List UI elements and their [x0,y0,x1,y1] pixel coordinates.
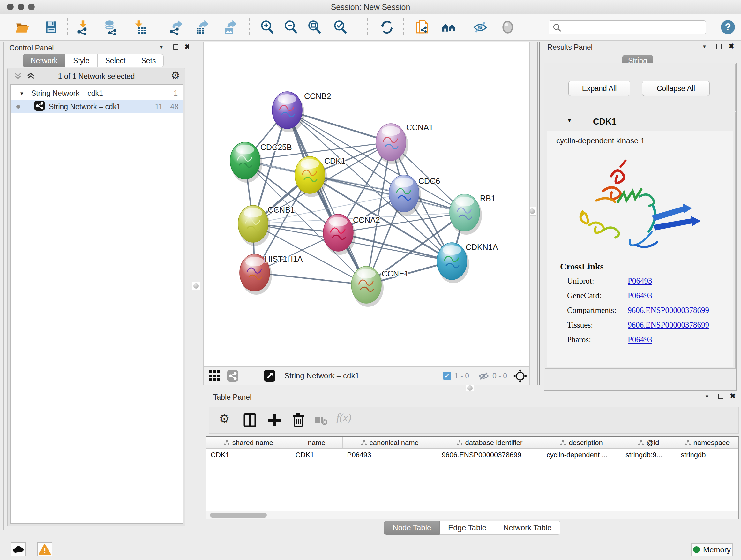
search-input[interactable] [563,21,701,34]
column-header-description[interactable]: description [542,437,621,448]
open-session-icon[interactable] [14,19,30,35]
window-title: Session: New Session [0,3,741,12]
zoom-fit-icon[interactable] [307,19,322,35]
export-network-icon[interactable] [169,19,184,35]
show-columns-icon[interactable] [243,413,257,429]
table-cell[interactable]: stringdb:9... [621,449,676,461]
crosslink-link[interactable]: 9606.ENSP00000378699 [628,306,709,315]
tab-node-table[interactable]: Node Table [384,521,440,535]
string-buttons-box: Expand All Collapse All [545,64,736,111]
left-splitter-handle[interactable] [192,282,200,290]
network-node-CDC6[interactable] [389,175,421,215]
crosslink-link[interactable]: P06493 [628,335,652,344]
import-network-file-icon[interactable] [75,19,91,35]
network-graph[interactable]: CCNB2CCNA1CDC25BCDK1CDC6RB1CCNB1CCNA2CDK… [204,42,530,366]
annotation-icon[interactable] [415,19,430,35]
share-view-icon[interactable] [226,370,239,383]
column-header-name[interactable]: name [291,437,343,448]
control-panel-float-icon[interactable] [173,44,179,50]
results-panel-float-icon[interactable] [717,44,722,49]
tab-network-table[interactable]: Network Table [495,521,560,535]
hide-selected-icon[interactable] [473,19,488,35]
memory-button[interactable]: Memory [691,543,733,556]
open-external-window-icon[interactable] [264,370,276,383]
collapse-all-button[interactable]: Collapse All [642,81,710,96]
show-all-icon [500,19,515,35]
column-header-database-identifier[interactable]: database identifier [437,437,542,448]
network-collection-row[interactable]: ▼ String Network – cdk1 1 [10,86,183,100]
tree-expand-icon[interactable]: ▼ [19,91,24,96]
network-canvas[interactable]: CCNB2CCNA1CDC25BCDK1CDC6RB1CCNB1CCNA2CDK… [203,42,530,367]
expand-all-button[interactable]: Expand All [568,81,630,96]
right-splitter[interactable] [530,42,542,391]
table-gear-icon[interactable]: ⚙ [219,413,230,425]
table-cell[interactable]: stringdb [676,449,738,461]
table-cell[interactable]: cyclin-dependent ... [542,449,621,461]
table-row[interactable]: CDK1CDK1P064939606.ENSP00000378699cyclin… [206,449,738,461]
table-cell[interactable]: P06493 [342,449,437,461]
table-panel-menu-icon[interactable]: ▼ [704,394,710,399]
network-node-CCNE1[interactable] [351,266,384,307]
crosslink-row: Compartments:9606.ENSP00000378699 [567,306,616,315]
table-cell[interactable]: CDK1 [206,449,291,461]
table-panel-close-icon[interactable]: ✖ [730,392,736,400]
zoom-out-icon[interactable] [283,19,298,35]
network-node-CCNB1[interactable] [238,205,270,246]
network-selection-summary: 1 of 1 Network selected [8,72,185,81]
cdk1-section-header[interactable]: ▼ CDK1 [545,112,735,130]
tab-select[interactable]: Select [98,54,134,67]
hscrollbar-thumb[interactable] [210,513,267,517]
export-table-icon[interactable] [195,19,210,35]
refresh-icon[interactable] [380,19,395,35]
left-splitter[interactable] [189,42,203,530]
column-header-namespace[interactable]: namespace [676,437,738,448]
hidden-eye-icon [478,371,489,382]
column-header-canonical-name[interactable]: canonical name [343,437,437,448]
tab-edge-table[interactable]: Edge Table [440,521,495,535]
network-row[interactable]: String Network – cdk1 11 48 [10,100,183,113]
network-options-gear-icon[interactable]: ⚙ [171,70,180,80]
network-node-CDC25B[interactable] [230,142,262,183]
control-panel-title: Control Panel [9,44,54,52]
home-icon[interactable] [441,19,459,35]
network-node-RB1[interactable] [450,194,482,235]
network-node-CCNB2[interactable] [272,91,305,132]
crosslink-link[interactable]: P06493 [628,291,652,300]
column-header--id[interactable]: @id [621,437,676,448]
tab-network[interactable]: Network [23,54,65,67]
zoom-selected-icon[interactable] [333,19,348,35]
search-field[interactable] [549,20,706,35]
selected-checkbox-icon[interactable]: ✓ [443,372,451,380]
crosslink-link[interactable]: 9606.ENSP00000378699 [628,320,709,329]
tab-style[interactable]: Style [65,54,97,67]
crosslink-link[interactable]: P06493 [628,276,652,286]
results-panel-close-icon[interactable]: ✖ [728,42,734,51]
crosslink-label: GeneCard: [567,291,602,300]
section-collapse-icon[interactable]: ▼ [567,118,572,124]
column-header-shared-name[interactable]: shared name [206,437,291,448]
grid-view-icon[interactable] [209,370,219,381]
table-hscrollbar[interactable] [206,511,738,519]
table-cell[interactable]: 9606.ENSP00000378699 [437,449,542,461]
network-node-CDKN1A[interactable] [437,243,469,283]
fit-selected-crosshair-icon[interactable] [513,369,527,384]
results-panel-menu-icon[interactable]: ▼ [702,44,707,49]
warning-button[interactable] [37,543,52,556]
zoom-in-icon[interactable] [259,19,275,35]
table-cell[interactable]: CDK1 [291,449,343,461]
bottom-splitter-handle[interactable] [466,384,474,392]
cloud-button[interactable] [10,543,26,556]
save-session-icon[interactable] [44,19,59,35]
control-panel-menu-icon[interactable]: ▼ [159,44,164,50]
import-table-icon[interactable] [132,19,147,35]
tab-sets[interactable]: Sets [133,54,164,67]
table-panel-float-icon[interactable] [718,394,724,399]
help-icon[interactable]: ? [720,19,736,35]
import-network-database-icon[interactable] [103,19,118,35]
delete-column-icon[interactable] [292,413,305,429]
add-column-icon[interactable] [267,413,281,429]
network-node-CDK1[interactable] [295,157,327,197]
network-node-CCNA1[interactable] [376,124,408,164]
export-image-icon[interactable] [223,19,238,35]
network-node-CCNA2[interactable] [323,214,355,255]
